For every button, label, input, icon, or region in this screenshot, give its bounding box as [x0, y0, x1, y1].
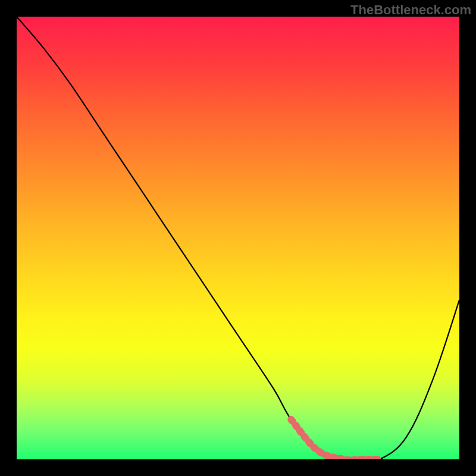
plot-area [17, 17, 459, 459]
chart-container: TheBottleneck.com [0, 0, 476, 476]
flat-highlight [291, 419, 380, 459]
main-curve [17, 17, 459, 459]
watermark-text: TheBottleneck.com [350, 2, 471, 18]
curve-layer [17, 17, 459, 459]
